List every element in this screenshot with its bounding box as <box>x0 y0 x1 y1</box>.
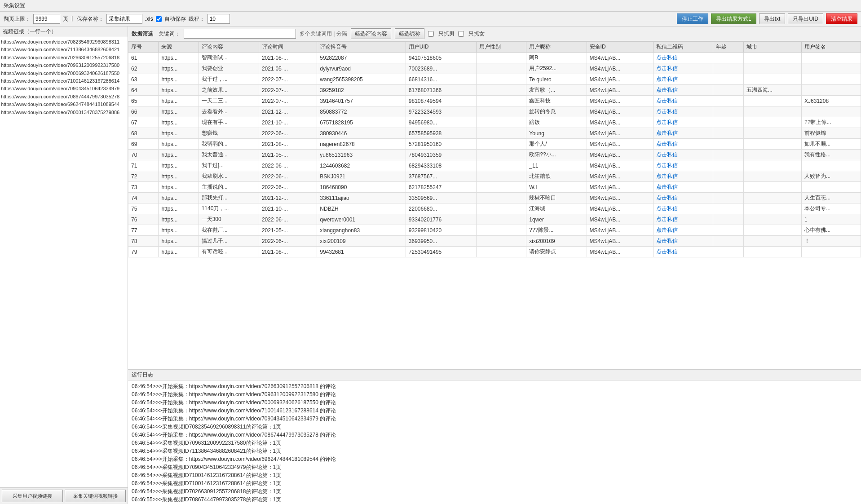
table-cell[interactable]: 点击私信 <box>653 203 713 214</box>
table-cell[interactable]: 点击私信 <box>653 171 713 182</box>
table-cell <box>713 214 743 225</box>
collect-user-video-button[interactable]: 采集用户视频链接 <box>2 490 63 502</box>
table-cell: 66 <box>128 106 159 117</box>
table-row[interactable]: 65https...一天二三...2022-07-...391464017579… <box>128 96 861 106</box>
table-body: 61https...智商测试...2021-08-...592822087941… <box>128 53 861 257</box>
export-txt-button[interactable]: 导出txt <box>759 13 786 24</box>
table-cell: 踣饭 <box>526 117 587 128</box>
video-links-list: https://www.douyin.com/video/70823546929… <box>0 37 128 487</box>
table-cell: 2022-06-... <box>259 236 317 247</box>
table-row[interactable]: 71https...我干过[...2022-06-...124460368268… <box>128 160 861 171</box>
table-row[interactable]: 64https...之前效果...2022-07-...392591826176… <box>128 85 861 96</box>
table-cell: qwerqwer0001 <box>317 214 406 225</box>
filter-nickname-button[interactable]: 筛选昵称 <box>395 28 424 39</box>
filter-comment-button[interactable]: 筛选评论内容 <box>351 28 391 39</box>
table-cell: dyiyrvur9aod <box>317 63 406 74</box>
table-cell[interactable]: 点击私信 <box>653 96 713 106</box>
table-cell[interactable]: 点击私信 <box>653 225 713 236</box>
table-row[interactable]: 66https...去看看外...2021-12-...850883772972… <box>128 106 861 117</box>
table-row[interactable]: 77https...我在鞋厂...2021-05-...xiangganghon… <box>128 225 861 236</box>
page-limit-input[interactable] <box>33 14 60 24</box>
table-cell: NDBZH <box>317 203 406 214</box>
table-cell: Young <box>526 128 587 139</box>
only-male-label: 只抓男 <box>438 30 455 38</box>
export-method-button[interactable]: 导出结果方式1 <box>711 13 756 24</box>
table-cell[interactable]: 点击私信 <box>653 63 713 74</box>
collect-keyword-video-button[interactable]: 采集关键词视频链接 <box>65 490 126 502</box>
table-cell <box>743 150 801 160</box>
table-row[interactable]: 79https...有可话呸...2021-08-...994326817253… <box>128 247 861 257</box>
table-row[interactable]: 78https...搞过几千...2022-06-...xixi20010936… <box>128 236 861 247</box>
list-item: https://www.douyin.com/video/70963120099… <box>1 62 127 69</box>
table-cell <box>477 150 526 160</box>
only-female-checkbox[interactable] <box>458 31 464 37</box>
table-row[interactable]: 67https...现在有手...2021-10-...675718281959… <box>128 117 861 128</box>
table-cell[interactable]: 点击私信 <box>653 214 713 225</box>
table-cell: 2022-06-... <box>259 128 317 139</box>
table-row[interactable]: 61https...智商测试...2021-08-...592822087941… <box>128 53 861 63</box>
export-uid-button[interactable]: 只导出UID <box>788 13 823 24</box>
table-row[interactable]: 69https...我弱弱的...2021-08-...nageren82678… <box>128 139 861 150</box>
table-cell: https... <box>159 150 199 160</box>
table-cell <box>713 182 743 193</box>
table-cell: MS4wLjAB... <box>587 74 653 85</box>
log-line: 06:46:54>>>开始采集：https://www.douyin.com/v… <box>132 390 857 398</box>
table-cell[interactable]: 点击私信 <box>653 85 713 96</box>
table-cell: https... <box>159 247 199 257</box>
table-row[interactable]: 62https...我要创业2021-05-...dyiyrvur9aod700… <box>128 63 861 74</box>
list-item: https://www.douyin.com/video/69624748441… <box>1 101 127 108</box>
table-cell: XJ631208 <box>802 96 861 106</box>
table-cell[interactable]: 点击私信 <box>653 53 713 63</box>
table-cell[interactable]: 点击私信 <box>653 247 713 257</box>
stop-work-button[interactable]: 停止工作 <box>677 13 708 24</box>
table-cell: 2021-05-... <box>259 150 317 160</box>
table-cell <box>477 247 526 257</box>
table-cell[interactable]: 点击私信 <box>653 193 713 203</box>
table-cell: 鑫匠科技 <box>526 96 587 106</box>
table-cell[interactable]: 点击私信 <box>653 117 713 128</box>
table-cell <box>477 236 526 247</box>
save-name-input[interactable] <box>106 14 142 24</box>
filter-area: 数据筛选 关键词： 多个关键词用 | 分隔 筛选评论内容 筛选昵称 只抓男 只抓… <box>128 27 861 41</box>
only-male-checkbox[interactable] <box>428 31 434 37</box>
thread-input[interactable] <box>208 14 230 24</box>
table-cell: MS4wLjAB... <box>587 139 653 150</box>
table-cell[interactable]: 点击私信 <box>653 74 713 85</box>
table-cell[interactable]: 点击私信 <box>653 128 713 139</box>
keyword-input[interactable] <box>184 29 296 39</box>
table-row[interactable]: 75https...1140刀，...2021-10-...NDBZH22006… <box>128 203 861 214</box>
table-cell[interactable]: 点击私信 <box>653 106 713 117</box>
table-row[interactable]: 68https...想赚钱2022-06-...3809304466575859… <box>128 128 861 139</box>
list-item: https://www.douyin.com/video/70904345106… <box>1 85 127 93</box>
table-row[interactable]: 74https...那我先打...2021-12-...336111ajiao3… <box>128 193 861 203</box>
table-cell[interactable]: 点击私信 <box>653 160 713 171</box>
table-cell[interactable]: 点击私信 <box>653 236 713 247</box>
table-cell: MS4wLjAB... <box>587 150 653 160</box>
table-cell: https... <box>159 236 199 247</box>
table-cell: https... <box>159 74 199 85</box>
table-row[interactable]: 72https...我辈刷水...2022-06-...BSKJ09213768… <box>128 171 861 182</box>
table-cell <box>713 128 743 139</box>
table-cell: MS4wLjAB... <box>587 63 653 74</box>
table-cell: 65 <box>128 96 159 106</box>
table-cell: 我干过[... <box>199 160 259 171</box>
table-cell <box>713 74 743 85</box>
table-cell: MS4wLjAB... <box>587 171 653 182</box>
table-cell: 2022-06-... <box>259 171 317 182</box>
table-cell <box>477 182 526 193</box>
table-cell[interactable]: 点击私信 <box>653 139 713 150</box>
table-row[interactable]: 73https...主播说的...2022-06-...186468090621… <box>128 182 861 193</box>
auto-save-checkbox[interactable] <box>156 16 162 22</box>
table-cell <box>743 225 801 236</box>
table-cell: 62 <box>128 63 159 74</box>
table-cell <box>713 236 743 247</box>
table-cell: 本公司专... <box>802 203 861 214</box>
table-cell <box>743 214 801 225</box>
table-row[interactable]: 63https...我干过，...2022-07-...wang25653982… <box>128 74 861 85</box>
table-cell[interactable]: 点击私信 <box>653 182 713 193</box>
table-row[interactable]: 70https...我太普通...2021-05-...yu8651319637… <box>128 150 861 160</box>
table-cell <box>477 106 526 117</box>
clear-results-button[interactable]: 清空结果 <box>826 13 857 24</box>
table-row[interactable]: 76https...一天3002022-06-...qwerqwer000193… <box>128 214 861 225</box>
table-cell[interactable]: 点击私信 <box>653 150 713 160</box>
